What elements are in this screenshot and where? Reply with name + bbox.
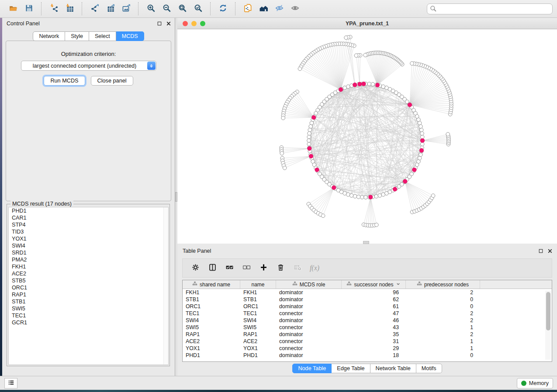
cell-predecessor-nodes[interactable]: 2 bbox=[406, 310, 480, 317]
table-row[interactable]: YOX1YOX1connector291 bbox=[183, 345, 552, 352]
mcds-result-node[interactable]: STB5 bbox=[9, 277, 168, 284]
trash-button[interactable] bbox=[274, 261, 287, 275]
zoom-in-button[interactable] bbox=[143, 2, 159, 16]
cell-predecessor-nodes[interactable]: 1 bbox=[406, 324, 480, 331]
tab-motifs[interactable]: Motifs bbox=[416, 364, 442, 373]
export-network-button[interactable] bbox=[86, 2, 102, 16]
mcds-result-node[interactable]: PMA2 bbox=[9, 256, 168, 263]
zoom-selected-button[interactable] bbox=[190, 2, 206, 16]
cell-name[interactable]: ORC1 bbox=[240, 303, 276, 310]
tab-style[interactable]: Style bbox=[65, 31, 89, 41]
table-row[interactable]: ACE2ACE2connector311 bbox=[183, 338, 552, 345]
cell-successor-nodes[interactable]: 61 bbox=[342, 303, 406, 310]
mcds-result-node[interactable]: SRD1 bbox=[9, 249, 168, 256]
cell-predecessor-nodes[interactable]: 0 bbox=[406, 352, 480, 359]
show-graphics-button[interactable] bbox=[287, 2, 303, 16]
table-row[interactable]: PHD1PHD1dominator180 bbox=[183, 352, 552, 359]
cell-successor-nodes[interactable]: 47 bbox=[342, 310, 406, 317]
mcds-result-node[interactable]: CAR1 bbox=[9, 214, 168, 221]
cell-successor-nodes[interactable]: 62 bbox=[342, 296, 406, 303]
select-all-button[interactable] bbox=[223, 261, 236, 275]
table-scrollbar-thumb[interactable] bbox=[546, 292, 550, 330]
mcds-result-node[interactable]: SWI4 bbox=[9, 242, 168, 249]
mcds-result-node[interactable]: ACE2 bbox=[9, 270, 168, 277]
table-row[interactable]: FKH1FKH1dominator962 bbox=[183, 289, 552, 296]
tab-network-table[interactable]: Network Table bbox=[370, 364, 416, 373]
cell-MCDS-role[interactable]: dominator bbox=[276, 352, 342, 359]
mcds-result-node[interactable]: TEC1 bbox=[9, 312, 168, 319]
cell-shared-name[interactable]: STB1 bbox=[183, 296, 240, 303]
column-header-MCDS-role[interactable]: MCDS role bbox=[276, 280, 342, 289]
column-header-successor-nodes[interactable]: successor nodes bbox=[342, 280, 406, 289]
cell-shared-name[interactable]: SWI4 bbox=[183, 317, 240, 324]
table-row[interactable]: TEC1TEC1connector472 bbox=[183, 310, 552, 317]
table-row[interactable]: RAP1RAP1dominator352 bbox=[183, 331, 552, 338]
float-panel-icon[interactable] bbox=[156, 21, 162, 26]
cell-predecessor-nodes[interactable]: 1 bbox=[406, 338, 480, 345]
search-input[interactable] bbox=[436, 5, 552, 14]
close-panel-icon[interactable] bbox=[547, 248, 553, 254]
tab-network[interactable]: Network bbox=[33, 31, 65, 41]
mcds-list-scrollbar[interactable] bbox=[163, 207, 168, 364]
mcds-result-node[interactable]: ORC1 bbox=[9, 284, 168, 291]
cell-MCDS-role[interactable]: dominator bbox=[276, 317, 342, 324]
table-row[interactable]: SWI5SWI5connector431 bbox=[183, 324, 552, 331]
cell-shared-name[interactable]: FKH1 bbox=[183, 289, 240, 296]
cell-name[interactable]: STB1 bbox=[240, 296, 276, 303]
cell-successor-nodes[interactable]: 35 bbox=[342, 331, 406, 338]
deselect-all-button[interactable] bbox=[240, 261, 253, 275]
window-close-button[interactable] bbox=[183, 21, 188, 26]
cell-successor-nodes[interactable]: 46 bbox=[342, 317, 406, 324]
mcds-result-list[interactable]: PHD1CAR1STP4TID3YOX1SWI4SRD1PMA2FKH1ACE2… bbox=[8, 207, 169, 365]
column-header-name[interactable]: name bbox=[240, 280, 276, 289]
window-minimize-button[interactable] bbox=[191, 21, 197, 26]
fx-button[interactable]: f(x) bbox=[308, 261, 321, 275]
cell-name[interactable]: SWI5 bbox=[240, 324, 276, 331]
network-graph[interactable] bbox=[177, 29, 557, 243]
delete-table-button[interactable] bbox=[291, 261, 304, 275]
network-window-titlebar[interactable]: YPA_prune.txt_1 bbox=[177, 18, 557, 29]
gear-button[interactable] bbox=[189, 261, 202, 275]
mcds-result-node[interactable]: STP4 bbox=[9, 221, 168, 228]
plus-button[interactable] bbox=[257, 261, 270, 275]
cell-MCDS-role[interactable]: connector bbox=[276, 310, 342, 317]
mcds-result-node[interactable]: STB1 bbox=[9, 298, 168, 305]
cell-shared-name[interactable]: ORC1 bbox=[183, 303, 240, 310]
cell-successor-nodes[interactable]: 31 bbox=[342, 338, 406, 345]
cell-MCDS-role[interactable]: dominator bbox=[276, 331, 342, 338]
mcds-result-node[interactable]: TID3 bbox=[9, 228, 168, 235]
network-overview-button[interactable] bbox=[256, 2, 271, 16]
tab-mcds[interactable]: MCDS bbox=[116, 31, 144, 41]
cell-MCDS-role[interactable]: connector bbox=[276, 338, 342, 345]
network-canvas[interactable] bbox=[177, 29, 557, 243]
table-row[interactable]: ORC1ORC1dominator610 bbox=[183, 303, 552, 310]
export-table-button[interactable] bbox=[102, 2, 118, 16]
memory-button[interactable]: Memory bbox=[517, 378, 553, 389]
tab-edge-table[interactable]: Edge Table bbox=[332, 364, 370, 373]
table-row[interactable]: STB1STB1dominator620 bbox=[183, 296, 552, 303]
cell-successor-nodes[interactable]: 29 bbox=[342, 345, 406, 352]
mcds-result-node[interactable]: FKH1 bbox=[9, 263, 168, 270]
mcds-result-node[interactable]: RAP1 bbox=[9, 291, 168, 298]
refresh-layout-button[interactable] bbox=[215, 2, 231, 16]
cell-predecessor-nodes[interactable]: 1 bbox=[406, 345, 480, 352]
cell-predecessor-nodes[interactable]: 2 bbox=[406, 317, 480, 324]
column-header-shared-name[interactable]: shared name bbox=[183, 280, 240, 289]
mcds-result-node[interactable]: GCR1 bbox=[9, 319, 168, 326]
mcds-result-node[interactable]: YOX1 bbox=[9, 235, 168, 242]
mcds-result-node[interactable]: PHD1 bbox=[9, 207, 168, 214]
cell-predecessor-nodes[interactable]: 0 bbox=[406, 303, 480, 310]
cell-name[interactable]: PHD1 bbox=[240, 352, 276, 359]
cell-MCDS-role[interactable]: dominator bbox=[276, 303, 342, 310]
open-folder-button[interactable] bbox=[5, 2, 21, 16]
cell-name[interactable]: YOX1 bbox=[240, 345, 276, 352]
cell-MCDS-role[interactable]: dominator bbox=[276, 289, 342, 296]
cell-predecessor-nodes[interactable]: 2 bbox=[406, 289, 480, 296]
table-row[interactable]: SWI4SWI4dominator462 bbox=[183, 317, 552, 324]
zoom-out-button[interactable] bbox=[159, 2, 174, 16]
cell-name[interactable]: ACE2 bbox=[240, 338, 276, 345]
import-network-button[interactable] bbox=[46, 2, 62, 16]
table-scrollbar[interactable] bbox=[545, 291, 551, 360]
cell-shared-name[interactable]: SWI5 bbox=[183, 324, 240, 331]
export-image-button[interactable] bbox=[118, 2, 134, 16]
